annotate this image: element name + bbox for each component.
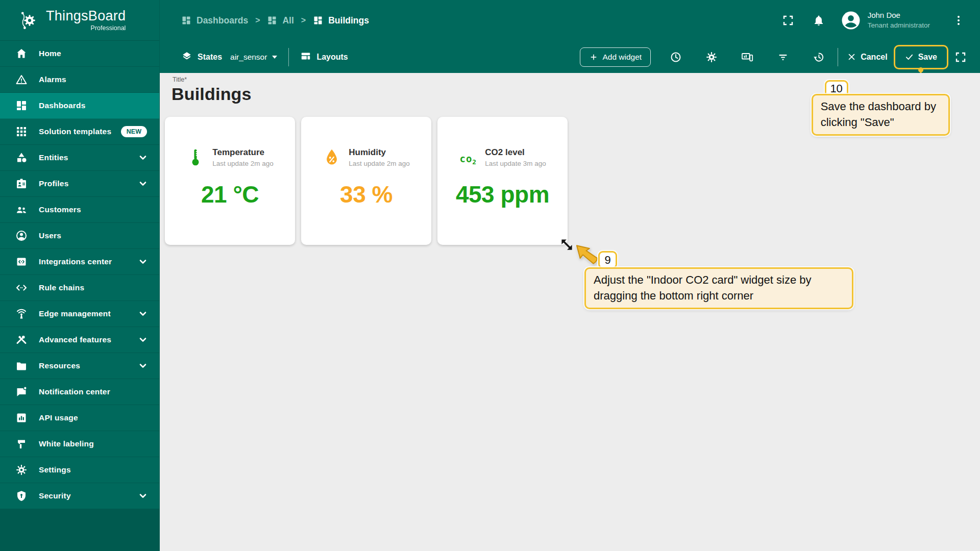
sidebar-item-settings[interactable]: Settings <box>0 457 159 483</box>
resize-handle-icon[interactable] <box>560 238 574 252</box>
page-title[interactable]: Buildings <box>172 84 252 104</box>
user-circle-icon <box>15 230 28 242</box>
cancel-button[interactable]: Cancel <box>841 48 893 66</box>
dashboard-icon <box>181 15 191 26</box>
breadcrumb-dashboards[interactable]: Dashboards <box>181 15 248 26</box>
folder-icon <box>15 360 28 372</box>
gear-icon <box>15 464 28 476</box>
history-icon <box>813 51 825 63</box>
sidebar-item-label: Solution templates <box>39 127 111 136</box>
app-name: ThingsBoard <box>46 9 126 23</box>
sidebar-item-profiles[interactable]: Profiles <box>0 171 159 197</box>
sidebar-item-entities[interactable]: Entities <box>0 145 159 171</box>
breadcrumb-all[interactable]: All <box>267 15 293 26</box>
api-chart-icon <box>15 412 28 424</box>
thingsboard-logo-icon <box>18 9 41 32</box>
widget-co2[interactable]: co2 CO2 level Last update 3m ago 453 ppm <box>437 117 568 245</box>
sidebar-item-solution-templates[interactable]: Solution templates NEW <box>0 119 159 145</box>
layouts-button[interactable]: Layouts <box>316 53 348 62</box>
temperature-value: 21 °C <box>201 181 259 208</box>
save-button[interactable]: Save <box>899 48 943 66</box>
add-widget-button[interactable]: Add widget <box>580 47 651 67</box>
antenna-icon <box>15 308 28 320</box>
sidebar-item-rule-chains[interactable]: Rule chains <box>0 275 159 301</box>
sidebar-item-label: Security <box>39 491 71 500</box>
sidebar-item-label: Advanced features <box>39 335 111 344</box>
manage-layouts-button[interactable] <box>737 47 757 67</box>
sidebar-item-customers[interactable]: Customers <box>0 197 159 223</box>
sidebar-item-label: Rule chains <box>39 283 84 292</box>
sidebar-item-home[interactable]: Home <box>0 41 159 67</box>
chevron-down-icon[interactable] <box>139 154 147 162</box>
sidebar-item-notification-center[interactable]: Notification center <box>0 379 159 405</box>
check-icon <box>905 53 914 61</box>
chevron-down-icon[interactable] <box>139 310 147 318</box>
badge-id-icon <box>15 178 28 190</box>
paint-roller-icon <box>15 438 28 450</box>
step-9-callout: Adjust the "Indoor CO2 card" widget size… <box>584 267 853 309</box>
filter-button[interactable] <box>773 47 793 67</box>
sidebar-item-label: Integrations center <box>39 257 112 266</box>
breadcrumb-buildings: Buildings <box>313 15 369 26</box>
sidebar-item-white-labeling[interactable]: White labeling <box>0 431 159 457</box>
widget-title: CO2 level <box>485 147 546 158</box>
filter-icon <box>777 51 789 63</box>
home-icon <box>15 47 28 60</box>
sidebar-item-label: Profiles <box>39 179 68 188</box>
more-menu-button[interactable] <box>948 10 969 31</box>
thermometer-icon <box>186 147 205 168</box>
version-history-button[interactable] <box>808 47 829 67</box>
chevron-down-icon[interactable] <box>139 180 147 188</box>
widget-title: Temperature <box>212 147 273 158</box>
apps-grid-icon <box>15 126 28 138</box>
fullscreen-icon <box>782 14 794 27</box>
sidebar-item-alarms[interactable]: Alarms <box>0 67 159 93</box>
widget-subtitle: Last update 2m ago <box>349 160 409 168</box>
dashboard-canvas: Title* Buildings Temperature Last update… <box>160 73 980 551</box>
people-icon <box>15 204 28 216</box>
breadcrumb: Dashboards > All > Buildings <box>181 15 369 26</box>
sidebar-item-edge-management[interactable]: Edge management <box>0 301 159 327</box>
plus-icon <box>589 53 598 62</box>
widget-subtitle: Last update 2m ago <box>212 160 273 168</box>
time-window-button[interactable] <box>666 47 686 67</box>
sidebar-item-users[interactable]: Users <box>0 223 159 249</box>
sidebar-item-security[interactable]: Security <box>0 483 159 509</box>
shield-icon <box>15 490 28 502</box>
state-select[interactable]: air_sensor <box>230 53 277 62</box>
logo[interactable]: ThingsBoard Professional <box>0 0 159 41</box>
top-header: Dashboards > All > Buildings <box>160 0 980 41</box>
dashboard-settings-button[interactable] <box>701 47 722 67</box>
fullscreen-button[interactable] <box>778 10 798 31</box>
chevron-down-icon[interactable] <box>139 362 147 370</box>
sidebar-item-resources[interactable]: Resources <box>0 353 159 379</box>
sidebar: ThingsBoard Professional Home Alarms Das… <box>0 0 160 551</box>
dashboard-toolbar: States air_sensor Layouts Add widget <box>160 41 980 73</box>
sidebar-item-integrations-center[interactable]: Integrations center <box>0 249 159 275</box>
sidebar-item-dashboards[interactable]: Dashboards <box>0 93 159 119</box>
sidebar-item-api-usage[interactable]: API usage <box>0 405 159 431</box>
chevron-down-icon[interactable] <box>139 492 147 500</box>
notifications-button[interactable] <box>808 10 829 31</box>
states-icon <box>181 51 192 64</box>
sidebar-item-label: Notification center <box>39 387 110 396</box>
humidity-value: 33 % <box>340 181 393 208</box>
chevron-down-icon[interactable] <box>139 336 147 344</box>
widget-temperature[interactable]: Temperature Last update 2m ago 21 °C <box>165 117 295 245</box>
widget-humidity[interactable]: Humidity Last update 2m ago 33 % <box>301 117 431 245</box>
chat-bubble-icon <box>15 386 28 398</box>
avatar[interactable] <box>840 10 862 31</box>
chevron-down-icon <box>272 56 277 59</box>
chevron-down-icon[interactable] <box>139 258 147 266</box>
expand-dashboard-button[interactable] <box>950 47 971 67</box>
co2-value: 453 ppm <box>456 181 549 208</box>
sidebar-nav: Home Alarms Dashboards Solution template… <box>0 41 159 509</box>
header-actions: John Doe Tenant administrator <box>778 10 969 31</box>
user-info[interactable]: John Doe Tenant administrator <box>868 11 930 30</box>
rule-chains-icon <box>15 282 28 294</box>
clock-icon <box>670 51 682 63</box>
sidebar-item-advanced-features[interactable]: Advanced features <box>0 327 159 353</box>
sidebar-item-label: White labeling <box>39 439 94 448</box>
bell-icon <box>813 14 825 27</box>
humidity-drop-icon <box>323 147 341 168</box>
